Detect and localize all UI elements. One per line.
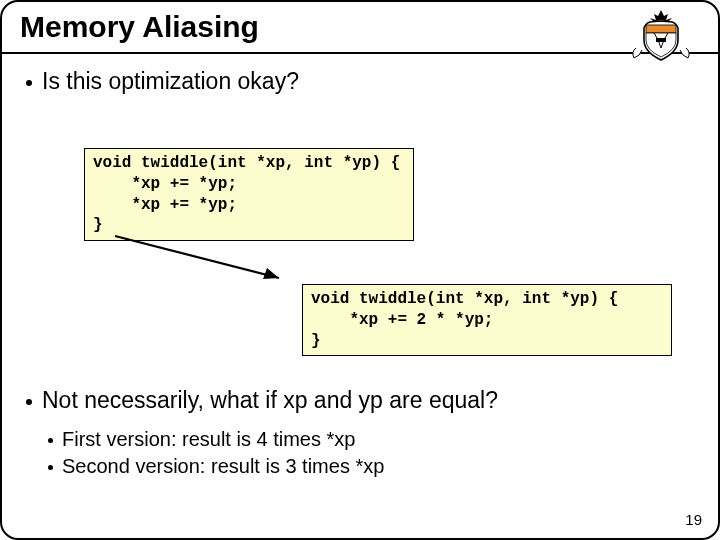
princeton-shield-logo xyxy=(626,8,696,64)
bullet-answer: Not necessarily, what if xp and yp are e… xyxy=(22,387,698,414)
page-number: 19 xyxy=(685,511,702,528)
arrow-icon xyxy=(107,230,297,290)
lower-content: Not necessarily, what if xp and yp are e… xyxy=(22,387,698,482)
bullet-text: First version: result is 4 times *xp xyxy=(62,428,355,451)
bullet-question: Is this optimization okay? xyxy=(22,68,698,95)
bullet-sub2: Second version: result is 3 times *xp xyxy=(44,455,698,478)
code-block-original: void twiddle(int *xp, int *yp) { *xp += … xyxy=(84,148,414,241)
code-block-optimized: void twiddle(int *xp, int *yp) { *xp += … xyxy=(302,284,672,356)
bullet-text: Is this optimization okay? xyxy=(42,68,299,95)
bullet-text: Not necessarily, what if xp and yp are e… xyxy=(42,387,498,414)
slide-frame: Memory Aliasing Is this optimization oka… xyxy=(0,0,720,540)
page-title: Memory Aliasing xyxy=(20,10,700,44)
header: Memory Aliasing xyxy=(2,2,718,50)
svg-rect-0 xyxy=(646,25,676,33)
bullet-sub1: First version: result is 4 times *xp xyxy=(44,428,698,451)
svg-marker-3 xyxy=(263,268,279,279)
bullet-dot-icon xyxy=(26,80,32,86)
bullet-dot-icon xyxy=(26,399,32,405)
content-area: Is this optimization okay? xyxy=(2,54,718,95)
bullet-dot-icon xyxy=(48,465,53,470)
bullet-text: Second version: result is 3 times *xp xyxy=(62,455,384,478)
bullet-dot-icon xyxy=(48,438,53,443)
svg-line-2 xyxy=(115,236,279,278)
svg-rect-1 xyxy=(656,38,666,42)
